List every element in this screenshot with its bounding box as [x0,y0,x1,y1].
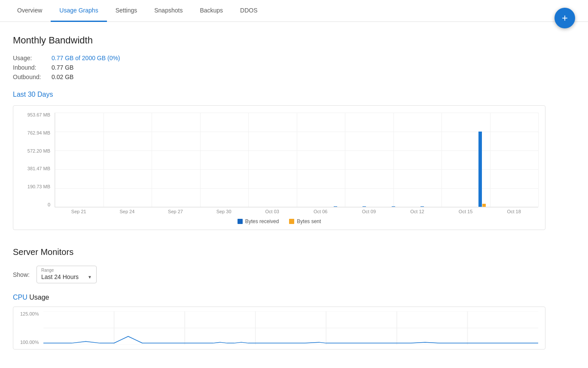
x-label: Sep 24 [103,209,152,214]
usage-value: 0.77 GB of 2000 GB (0%) [52,55,120,61]
cpu-line-svg [43,311,538,345]
outbound-row: Outbound: 0.02 GB [13,74,545,80]
show-row: Show: Range Last 24 Hours ▼ [13,266,545,283]
main-content: Monthly Bandwidth Usage: 0.77 GB of 2000… [0,22,558,362]
cpu-y-label-0: 125.00% [20,311,39,316]
usage-label: Usage: [13,55,52,61]
cpu-y-axis: 125.00% 100.00% [20,311,39,345]
range-label: Range [41,268,92,273]
chart-plot [55,113,538,207]
inbound-row: Inbound: 0.77 GB [13,64,545,71]
server-monitors-title: Server Monitors [13,247,545,257]
x-label: Oct 12 [393,209,442,214]
monthly-bandwidth-title: Monthly Bandwidth [13,35,545,46]
y-label-0: 953.67 MB [27,113,50,117]
x-label: Oct 09 [345,209,393,214]
last-30-days-title: Last 30 Days [13,91,545,98]
tab-overview[interactable]: Overview [9,0,51,22]
x-label: Oct 15 [442,209,490,214]
y-label-5: 0 [48,202,50,207]
x-label: Oct 06 [296,209,345,214]
y-axis: 953.67 MB 762.94 MB 572.20 MB 381.47 MB … [20,113,55,207]
legend-received: Bytes received [238,218,279,224]
x-axis: Sep 21Sep 24Sep 27Sep 30Oct 03Oct 06Oct … [20,209,538,214]
range-value: Last 24 Hours [41,273,79,280]
y-label-4: 190.73 MB [27,184,50,189]
outbound-value: 0.02 GB [52,74,73,80]
cpu-title-rest: Usage [27,294,49,301]
usage-row: Usage: 0.77 GB of 2000 GB (0%) [13,55,545,61]
cpu-plot [43,311,538,345]
cpu-y-label-1: 100.00% [20,340,39,345]
chart-legend: Bytes received Bytes sent [20,218,538,224]
x-label: Sep 27 [151,209,200,214]
x-label: Sep 30 [200,209,248,214]
legend-sent: Bytes sent [289,218,321,224]
bandwidth-chart-container: 953.67 MB 762.94 MB 572.20 MB 381.47 MB … [13,105,545,230]
outbound-label: Outbound: [13,74,52,80]
x-label: Sep 21 [55,209,103,214]
y-label-3: 381.47 MB [27,166,50,171]
x-label: Oct 18 [490,209,538,214]
inbound-value: 0.77 GB [52,64,73,71]
tab-snapshots[interactable]: Snapshots [146,0,191,22]
cpu-chart-container: 125.00% 100.00% [13,307,545,350]
navigation-tabs: Overview Usage Graphs Settings Snapshots… [0,0,588,22]
range-dropdown[interactable]: Range Last 24 Hours ▼ [37,266,97,283]
legend-sent-color [289,219,294,224]
tab-ddos[interactable]: DDOS [232,0,266,22]
inbound-label: Inbound: [13,64,52,71]
legend-received-color [238,219,243,224]
chevron-down-icon: ▼ [88,275,92,279]
tab-settings[interactable]: Settings [107,0,146,22]
bandwidth-chart-area: 953.67 MB 762.94 MB 572.20 MB 381.47 MB … [20,113,538,207]
y-label-1: 762.94 MB [27,131,50,135]
tab-backups[interactable]: Backups [191,0,232,22]
range-value-row: Last 24 Hours ▼ [41,273,92,280]
cpu-usage-title: CPU Usage [13,294,545,301]
legend-sent-label: Bytes sent [297,218,321,224]
y-label-2: 572.20 MB [27,149,50,153]
x-label: Oct 03 [248,209,296,214]
bandwidth-stats: Usage: 0.77 GB of 2000 GB (0%) Inbound: … [13,55,545,80]
show-label: Show: [13,271,30,278]
cpu-title-blue: CPU [13,294,27,301]
legend-received-label: Bytes received [245,218,279,224]
tab-usage-graphs[interactable]: Usage Graphs [51,0,107,22]
add-button[interactable]: + [554,8,575,28]
